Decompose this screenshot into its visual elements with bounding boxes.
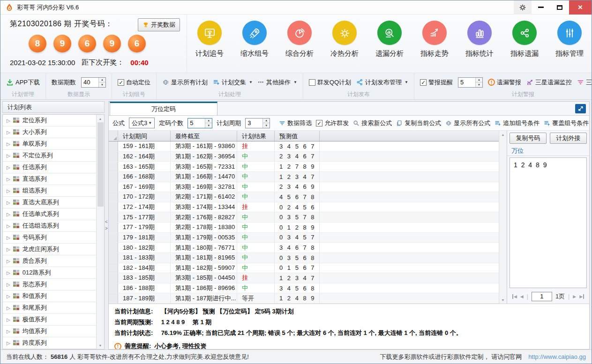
row-selector[interactable] bbox=[109, 182, 118, 192]
table-row[interactable]: 172 - 174期 第3期 - 174期 - 13344 挂 0 2 4 5 … bbox=[109, 202, 499, 213]
table-row[interactable]: 179 - 181期 第1期 - 179期 - 00535 中 0 3 4 5 … bbox=[109, 233, 499, 243]
expand-arrow-icon[interactable]: ▷ bbox=[7, 282, 10, 287]
prev-page-icon[interactable]: ◀ bbox=[520, 294, 524, 299]
table-row[interactable]: 183 - 185期 第3期 - 185期 - 04450 挂 1 2 3 4 … bbox=[109, 273, 499, 283]
spin-down-icon[interactable]: ▼ bbox=[205, 123, 212, 128]
header-selector-cell[interactable] bbox=[109, 131, 118, 141]
plan-publish-manage-dropdown[interactable]: 计划发布管理 ▼ bbox=[356, 78, 408, 87]
sidebar-series-item[interactable]: ▷ 组选系列 bbox=[3, 185, 96, 197]
sidebar-series-item[interactable]: ▷ 定位系列 bbox=[3, 115, 96, 126]
spin-down-icon[interactable]: ▼ bbox=[263, 123, 270, 128]
plan-external-button[interactable]: 计划外接 bbox=[550, 133, 587, 144]
last-page-icon[interactable]: ▶ bbox=[579, 294, 584, 299]
copy-number-button[interactable]: 复制号码 bbox=[510, 133, 547, 144]
plan-intersection-dropdown[interactable]: 计划交集 ▼ bbox=[213, 78, 253, 87]
column-header[interactable]: 预测值 bbox=[275, 131, 320, 141]
expand-arrow-icon[interactable]: ▷ bbox=[7, 130, 10, 135]
alert-value-input[interactable]: 5 ▲▼ bbox=[458, 77, 483, 88]
row-selector[interactable] bbox=[109, 192, 118, 202]
sidebar-scrollbar[interactable]: ▲ ▼ bbox=[96, 115, 104, 349]
scrollbar-thumb[interactable] bbox=[97, 122, 104, 207]
scroll-down-icon[interactable]: ▼ bbox=[97, 342, 104, 349]
minimize-button[interactable] bbox=[532, 0, 550, 15]
spin-up-icon[interactable]: ▲ bbox=[205, 119, 212, 124]
sidebar-series-item[interactable]: ▷ 均值系列 bbox=[3, 326, 96, 337]
sidebar-series-item[interactable]: ▷ 和尾系列 bbox=[3, 302, 96, 314]
expand-arrow-icon[interactable]: ▷ bbox=[7, 305, 10, 311]
append-condition-button[interactable]: 追加组号条件 bbox=[495, 119, 540, 127]
nav-plan-chase[interactable]: 计划追号 bbox=[187, 21, 232, 73]
sidebar-series-item[interactable]: ▷ 任选组选系列 bbox=[3, 220, 96, 232]
formula-select[interactable]: 公式3 ▼ bbox=[129, 118, 155, 128]
sidebar-series-item[interactable]: ▷ 形态系列 bbox=[3, 279, 96, 290]
row-selector[interactable] bbox=[109, 212, 118, 222]
expand-arrow-icon[interactable]: ▷ bbox=[7, 270, 10, 275]
spin-down-icon[interactable]: ▼ bbox=[99, 82, 105, 87]
expand-arrow-icon[interactable]: ▷ bbox=[7, 141, 10, 147]
expand-arrow-icon[interactable]: ▷ bbox=[7, 223, 10, 229]
qq-group-send-checkbox[interactable]: 群发QQ计划 bbox=[309, 78, 351, 87]
expand-arrow-icon[interactable]: ▷ bbox=[7, 188, 10, 193]
column-header[interactable]: 最终截至 bbox=[171, 131, 237, 141]
expand-arrow-icon[interactable]: ▷ bbox=[7, 200, 10, 205]
three-star-shrink-button[interactable]: 三星缩水+监控 bbox=[577, 78, 592, 87]
first-page-icon[interactable]: ◀ bbox=[512, 294, 517, 299]
show-all-plans-button[interactable]: 显示所有计划 bbox=[162, 78, 208, 87]
official-site-link[interactable]: http://www.caipiao.gg bbox=[528, 353, 586, 360]
row-selector[interactable] bbox=[109, 273, 118, 283]
row-selector[interactable] bbox=[109, 263, 118, 273]
row-selector[interactable] bbox=[109, 141, 118, 151]
show-all-formula-button[interactable]: 显示所有公式 bbox=[445, 119, 490, 127]
nav-indicator-omission[interactable]: 指标遗漏 bbox=[502, 21, 547, 73]
expand-arrow-icon[interactable]: ▷ bbox=[7, 247, 10, 252]
data-filter-button[interactable]: 数据筛选 bbox=[279, 119, 312, 127]
table-scrollbar[interactable]: ▲ ▼ bbox=[499, 131, 507, 304]
sidebar-series-item[interactable]: ▷ 极值系列 bbox=[3, 314, 96, 326]
expand-panel-icon[interactable] bbox=[575, 104, 586, 113]
sidebar-series-item[interactable]: ▷ 和值系列 bbox=[3, 290, 96, 302]
nav-omission-analysis[interactable]: 遗漏分析 bbox=[367, 21, 412, 73]
row-selector[interactable] bbox=[109, 233, 118, 243]
sidebar-series-item[interactable]: ▷ 跨度系列 bbox=[3, 337, 96, 349]
omission-alert-button[interactable]: ! 遗漏警报 bbox=[488, 78, 521, 87]
sidebar-series-item[interactable]: ▷ 龙虎庄闲系列 bbox=[3, 244, 96, 255]
data-periods-input[interactable]: 40 ▲▼ bbox=[81, 77, 106, 88]
sidebar-series-item[interactable]: ▷ 号码系列 bbox=[3, 232, 96, 244]
nav-indicator-statistics[interactable]: 指标统计 bbox=[457, 21, 502, 73]
expand-arrow-icon[interactable]: ▷ bbox=[7, 165, 10, 170]
table-row[interactable]: 186 - 188期 第1期 - 186期 - 89696 中 3 4 5 6 … bbox=[109, 283, 499, 294]
sidebar-series-item[interactable]: ▷ 单双系列 bbox=[3, 138, 96, 150]
table-row[interactable]: 166 - 168期 第1期 - 166期 - 14470 中 1 2 3 4 … bbox=[109, 172, 499, 182]
expand-arrow-icon[interactable]: ▷ bbox=[7, 259, 10, 264]
table-row[interactable]: 175 - 177期 第2期 - 176期 - 82827 中 0 3 5 7 … bbox=[109, 212, 499, 223]
sidebar-series-item[interactable]: ▷ 不定位系列 bbox=[3, 150, 96, 162]
expand-arrow-icon[interactable]: ▷ bbox=[7, 177, 10, 182]
expand-arrow-icon[interactable]: ▷ bbox=[7, 212, 10, 217]
sidebar-series-item[interactable]: ▷ 任选系列 bbox=[3, 162, 96, 173]
table-row[interactable]: 187 - 189期 第1期 - 187期进行中... 等开 1 2 4 8 9 bbox=[109, 293, 499, 304]
expand-arrow-icon[interactable]: ▷ bbox=[7, 235, 10, 240]
cycle-input[interactable]: 3 ▲▼ bbox=[245, 118, 270, 128]
auto-position-checkbox[interactable]: ✓ 自动定位 bbox=[118, 78, 150, 87]
other-operations-dropdown[interactable]: ⋯ 其他操作 ▼ bbox=[258, 78, 297, 87]
row-selector[interactable] bbox=[109, 293, 118, 303]
table-row[interactable]: 163 - 165期 第3期 - 165期 - 72331 中 1 2 7 8 … bbox=[109, 162, 499, 172]
app-download-button[interactable]: APP下载 bbox=[6, 78, 40, 87]
tab-wanwei-dingma[interactable]: 万位定码 bbox=[110, 102, 217, 115]
nav-hot-cold-analysis[interactable]: 冷热分析 bbox=[322, 21, 367, 73]
table-row[interactable]: 181 - 183期 第1期 - 181期 - 81965 中 0 3 5 6 … bbox=[109, 253, 499, 263]
three-star-omission-button[interactable]: 三星遗漏监控 bbox=[526, 78, 572, 87]
spin-up-icon[interactable]: ▲ bbox=[99, 78, 105, 83]
row-selector[interactable] bbox=[109, 283, 118, 293]
spin-up-icon[interactable]: ▲ bbox=[263, 119, 270, 124]
expand-arrow-icon[interactable]: ▷ bbox=[7, 118, 10, 123]
sidebar-series-item[interactable]: ▷ 质合系列 bbox=[3, 255, 96, 267]
maximize-button[interactable] bbox=[550, 0, 569, 15]
expand-arrow-icon[interactable]: ▷ bbox=[7, 153, 10, 158]
code-count-input[interactable]: 5 ▲▼ bbox=[187, 118, 212, 128]
sidebar-series-item[interactable]: ▷ 直选系列 bbox=[3, 173, 96, 185]
settings-gear-icon[interactable] bbox=[514, 0, 532, 15]
scroll-down-icon[interactable]: ▼ bbox=[502, 296, 505, 304]
table-row[interactable]: 167 - 169期 第3期 - 169期 - 32781 中 2 3 4 6 … bbox=[109, 182, 499, 193]
sidebar-series-item[interactable]: ▷ 012路系列 bbox=[3, 267, 96, 279]
